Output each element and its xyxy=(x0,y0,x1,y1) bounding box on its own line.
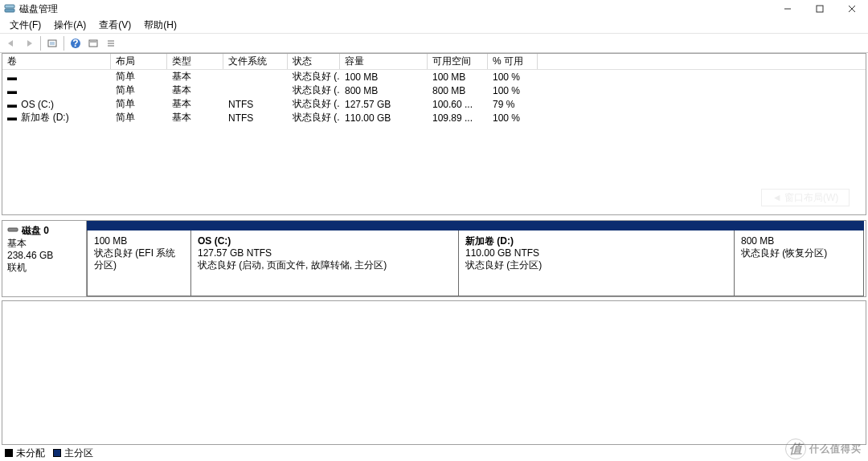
volume-row[interactable]: ▬ OS (C:)简单基本NTFS状态良好 (...127.57 GB100.6… xyxy=(2,97,866,111)
partition-row: 100 MB状态良好 (EFI 系统分区)OS (C:)127.57 GB NT… xyxy=(87,221,866,296)
toolbar-separator xyxy=(40,36,41,51)
help-button[interactable]: ? xyxy=(68,35,84,51)
minimize-button[interactable] xyxy=(772,0,804,18)
titlebar: 磁盘管理 xyxy=(0,0,868,18)
col-layout[interactable]: 布局 xyxy=(111,54,167,69)
watermark-text: 什么值得买 xyxy=(809,443,862,456)
partition-cell[interactable]: 800 MB状态良好 (恢复分区) xyxy=(735,230,864,296)
window-title: 磁盘管理 xyxy=(19,2,772,16)
col-status[interactable]: 状态 xyxy=(288,54,340,69)
legend-unalloc-label: 未分配 xyxy=(16,447,45,460)
watermark-icon: 值 xyxy=(785,439,806,459)
svg-rect-15 xyxy=(8,228,18,231)
disk-icon xyxy=(7,225,18,237)
svg-rect-7 xyxy=(50,42,55,45)
svg-rect-3 xyxy=(817,6,823,12)
watermark: 值 什么值得买 xyxy=(785,439,862,459)
menubar: 文件(F) 操作(A) 查看(V) 帮助(H) xyxy=(0,18,868,34)
window-controls xyxy=(772,0,868,18)
disk-graphic-pane: 磁盘 0 基本 238.46 GB 联机 100 MB状态良好 (EFI 系统分… xyxy=(2,220,866,297)
back-button xyxy=(3,35,19,51)
volume-row[interactable]: ▬ 简单基本状态良好 (...100 MB100 MB100 % xyxy=(2,70,866,84)
partition-header-stripe xyxy=(735,221,864,230)
list-button[interactable] xyxy=(103,35,119,51)
col-filesystem[interactable]: 文件系统 xyxy=(223,54,288,69)
disk-state: 联机 xyxy=(7,262,81,274)
col-volume[interactable]: 卷 xyxy=(2,54,111,69)
col-type[interactable]: 类型 xyxy=(167,54,223,69)
legend: 未分配 主分区 值 什么值得买 xyxy=(0,445,868,461)
disk-info[interactable]: 磁盘 0 基本 238.46 GB 联机 xyxy=(2,221,87,296)
action-button[interactable] xyxy=(85,35,101,51)
toolbar: ? xyxy=(0,34,868,53)
partition-header-stripe xyxy=(87,221,191,230)
menu-help[interactable]: 帮助(H) xyxy=(137,17,183,34)
volume-row[interactable]: ▬ 新加卷 (D:)简单基本NTFS状态良好 (...110.00 GB109.… xyxy=(2,111,866,124)
legend-unallocated: 未分配 xyxy=(5,447,45,460)
menu-action[interactable]: 操作(A) xyxy=(47,17,92,34)
svg-rect-0 xyxy=(5,9,14,12)
close-button[interactable] xyxy=(836,0,868,18)
partition-cell[interactable]: OS (C:)127.57 GB NTFS状态良好 (启动, 页面文件, 故障转… xyxy=(191,230,459,296)
svg-text:?: ? xyxy=(72,38,78,49)
app-icon xyxy=(3,2,16,15)
toolbar-separator xyxy=(63,36,64,51)
up-button[interactable] xyxy=(44,35,60,51)
forward-button xyxy=(21,35,37,51)
volume-list-pane: 卷 布局 类型 文件系统 状态 容量 可用空间 % 可用 ▬ 简单基本状态良好 … xyxy=(2,53,866,215)
col-spacer xyxy=(538,54,866,69)
legend-primary-label: 主分区 xyxy=(64,447,93,460)
menu-file[interactable]: 文件(F) xyxy=(3,17,47,34)
volume-body[interactable]: ▬ 简单基本状态良好 (...100 MB100 MB100 %▬ 简单基本状态… xyxy=(2,70,866,214)
partition-header-stripe xyxy=(191,221,459,230)
col-capacity[interactable]: 容量 xyxy=(340,54,428,69)
col-free[interactable]: 可用空间 xyxy=(428,54,488,69)
menu-view[interactable]: 查看(V) xyxy=(92,17,137,34)
legend-primary: 主分区 xyxy=(53,447,93,460)
svg-rect-1 xyxy=(5,5,14,8)
col-percent[interactable]: % 可用 xyxy=(488,54,538,69)
empty-pane xyxy=(2,300,866,445)
volume-header: 卷 布局 类型 文件系统 状态 容量 可用空间 % 可用 xyxy=(2,54,866,70)
partition-header-stripe xyxy=(459,221,735,230)
svg-rect-10 xyxy=(89,40,97,47)
swatch-blue xyxy=(53,449,61,457)
partition-cell[interactable]: 新加卷 (D:)110.00 GB NTFS状态良好 (主分区) xyxy=(459,230,735,296)
layout-hint-button: ◄ 窗口布局(W) xyxy=(761,189,850,206)
disk-size: 238.46 GB xyxy=(7,250,81,262)
volume-row[interactable]: ▬ 简单基本状态良好 (...800 MB800 MB100 % xyxy=(2,84,866,97)
disk-title: 磁盘 0 xyxy=(22,224,49,238)
swatch-black xyxy=(5,449,13,457)
disk-kind: 基本 xyxy=(7,238,81,250)
partition-cell[interactable]: 100 MB状态良好 (EFI 系统分区) xyxy=(87,230,191,296)
maximize-button[interactable] xyxy=(804,0,836,18)
